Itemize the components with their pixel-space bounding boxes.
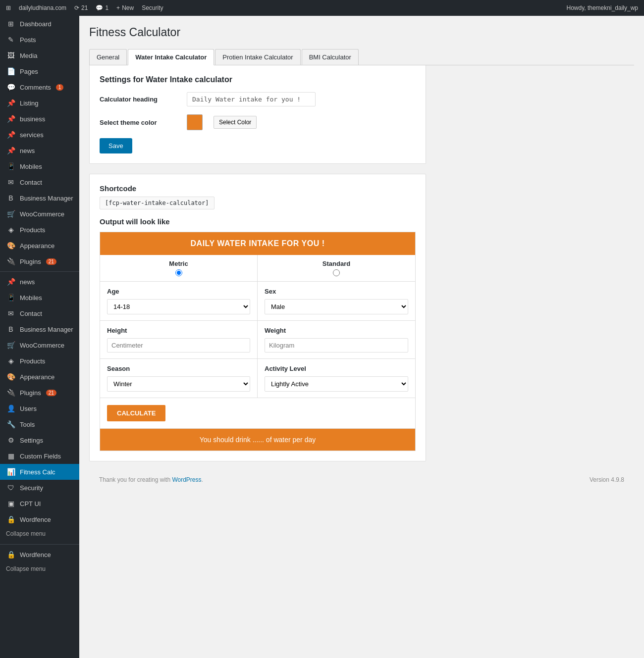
shortcode-label: Shortcode: [100, 184, 416, 193]
settings-icon: ⚙: [6, 436, 16, 444]
sidebar-item-services[interactable]: 📌 services: [0, 127, 79, 143]
sidebar-item-news[interactable]: 📌 news: [0, 143, 79, 158]
sidebar-item-business-manager2[interactable]: B Business Manager: [0, 321, 79, 337]
news-icon: 📌: [6, 147, 16, 154]
wp-logo: ⊞: [6, 4, 11, 11]
sidebar-item-business-manager[interactable]: B Business Manager: [0, 190, 79, 206]
tab-water-intake[interactable]: Water Intake Calculator: [128, 49, 214, 65]
height-input[interactable]: [107, 338, 250, 353]
sidebar-item-settings[interactable]: ⚙ Settings: [0, 432, 79, 448]
tools-icon: 🔧: [6, 420, 16, 428]
calc-action: CALCULATE: [100, 398, 415, 429]
new-button[interactable]: + New: [116, 4, 134, 11]
season-select[interactable]: Winter Summer Autumn Spring: [107, 376, 250, 392]
sidebar-item-listing[interactable]: 📌 Listing: [0, 95, 79, 111]
services-icon: 📌: [6, 131, 16, 139]
security-icon: 🛡: [6, 484, 16, 492]
updates-count[interactable]: ⟳ 21: [74, 4, 88, 11]
mobiles-icon: 📱: [6, 162, 16, 170]
calc-units: Metric Standard: [100, 255, 415, 282]
tab-protein-intake[interactable]: Protien Intake Calculator: [215, 49, 300, 65]
shortcode-card: Shortcode [fcp-water-intake-calculator] …: [89, 174, 426, 461]
sidebar-item-wordfence[interactable]: 🔒 Wordfence: [0, 511, 79, 527]
footer-text: Thank you for creating with WordPress.: [99, 476, 203, 483]
sidebar-item-contact2[interactable]: ✉ Contact: [0, 305, 79, 321]
sidebar-item-news2[interactable]: 📌 news: [0, 274, 79, 290]
sidebar-item-custom-fields[interactable]: ▦ Custom Fields: [0, 448, 79, 464]
wp-footer: Thank you for creating with WordPress. V…: [89, 471, 634, 488]
weight-group: Weight: [258, 321, 415, 359]
color-swatch[interactable]: [187, 114, 203, 130]
calc-fields: Age 14-18 19-30 31-50 51+ Sex Male Femal…: [100, 282, 415, 398]
sidebar-item-posts[interactable]: ✎ Posts: [0, 32, 79, 48]
site-name[interactable]: dailyludhiana.com: [19, 4, 66, 11]
sidebar-item-pages[interactable]: 📄 Pages: [0, 63, 79, 79]
wordpress-link[interactable]: WordPress: [172, 476, 201, 483]
products2-icon: ◈: [6, 357, 16, 365]
height-group: Height: [100, 321, 258, 359]
season-label: Season: [107, 365, 250, 372]
sidebar-item-media[interactable]: 🖼 Media: [0, 48, 79, 63]
sidebar-item-appearance[interactable]: 🎨 Appearance: [0, 238, 79, 253]
tab-bar: General Water Intake Calculator Protien …: [89, 49, 634, 65]
collapse-menu-2[interactable]: Collapse menu: [0, 562, 79, 577]
tab-general[interactable]: General: [89, 49, 127, 65]
dashboard-icon: ⊞: [6, 20, 16, 28]
season-group: Season Winter Summer Autumn Spring: [100, 359, 258, 398]
heading-label: Calculator heading: [100, 96, 179, 103]
sidebar-item-business[interactable]: 📌 business: [0, 111, 79, 127]
comments-icon: 💬: [6, 83, 16, 91]
activity-select[interactable]: Lightly Active Sedentary Moderately Acti…: [265, 376, 408, 392]
sidebar-item-mobiles[interactable]: 📱 Mobiles: [0, 158, 79, 174]
main-content: Fitness Calculator General Water Intake …: [79, 16, 644, 658]
business-icon: 📌: [6, 115, 16, 123]
collapse-menu-1[interactable]: Collapse menu: [0, 527, 79, 542]
security-link[interactable]: Security: [142, 4, 163, 11]
calc-footer: You should drink ...... of water per day: [100, 429, 415, 451]
standard-radio[interactable]: [333, 269, 340, 276]
sidebar-item-contact[interactable]: ✉ Contact: [0, 174, 79, 190]
woocommerce-icon: 🛒: [6, 210, 16, 218]
sidebar-item-plugins[interactable]: 🔌 Plugins 21: [0, 253, 79, 269]
wordfence-icon: 🔒: [6, 515, 16, 523]
posts-icon: ✎: [6, 36, 16, 44]
sidebar-item-security[interactable]: 🛡 Security: [0, 480, 79, 496]
age-group: Age 14-18 19-30 31-50 51+: [100, 282, 258, 321]
comments-count[interactable]: 💬 1: [96, 4, 108, 11]
activity-group: Activity Level Lightly Active Sedentary …: [258, 359, 415, 398]
sidebar-item-tools[interactable]: 🔧 Tools: [0, 416, 79, 432]
sidebar-item-wordfence2[interactable]: 🔒 Wordfence: [0, 547, 79, 562]
sidebar-item-cpt-ui[interactable]: ▣ CPT UI: [0, 496, 79, 511]
sidebar-item-users[interactable]: 👤 Users: [0, 401, 79, 416]
admin-bar: ⊞ dailyludhiana.com ⟳ 21 💬 1 + New Secur…: [0, 0, 644, 16]
sidebar-item-products2[interactable]: ◈ Products: [0, 353, 79, 369]
sex-label: Sex: [265, 288, 408, 295]
custom-fields-icon: ▦: [6, 452, 16, 460]
calculate-button[interactable]: CALCULATE: [107, 405, 165, 421]
plugins-badge: 21: [46, 258, 56, 265]
weight-label: Weight: [265, 327, 408, 334]
greeting: Howdy, themekni_daily_wp: [566, 4, 638, 11]
contact-icon: ✉: [6, 178, 16, 186]
wordfence2-icon: 🔒: [6, 551, 16, 558]
sidebar-item-appearance2[interactable]: 🎨 Appearance: [0, 369, 79, 385]
weight-input[interactable]: [265, 338, 408, 353]
metric-radio[interactable]: [175, 269, 182, 276]
comments-badge: 1: [56, 84, 64, 91]
business-manager-icon: B: [6, 194, 16, 202]
sex-select[interactable]: Male Female: [265, 299, 408, 314]
tab-bmi[interactable]: BMI Calculator: [302, 49, 359, 65]
select-color-button[interactable]: Select Color: [214, 116, 257, 129]
sidebar-item-products[interactable]: ◈ Products: [0, 222, 79, 238]
age-select[interactable]: 14-18 19-30 31-50 51+: [107, 299, 250, 314]
pages-icon: 📄: [6, 67, 16, 75]
save-button[interactable]: Save: [100, 138, 132, 153]
sidebar-item-plugins2[interactable]: 🔌 Plugins 21: [0, 385, 79, 401]
sidebar-item-mobiles2[interactable]: 📱 Mobiles: [0, 290, 79, 305]
sidebar-item-woocommerce2[interactable]: 🛒 WooCommerce: [0, 337, 79, 353]
sidebar-item-comments[interactable]: 💬 Comments 1: [0, 79, 79, 95]
heading-input[interactable]: [187, 92, 316, 106]
sidebar-item-woocommerce[interactable]: 🛒 WooCommerce: [0, 206, 79, 222]
sidebar-item-fitness-calc[interactable]: 📊 Fitness Calc: [0, 464, 79, 480]
sidebar-item-dashboard[interactable]: ⊞ Dashboard: [0, 16, 79, 32]
